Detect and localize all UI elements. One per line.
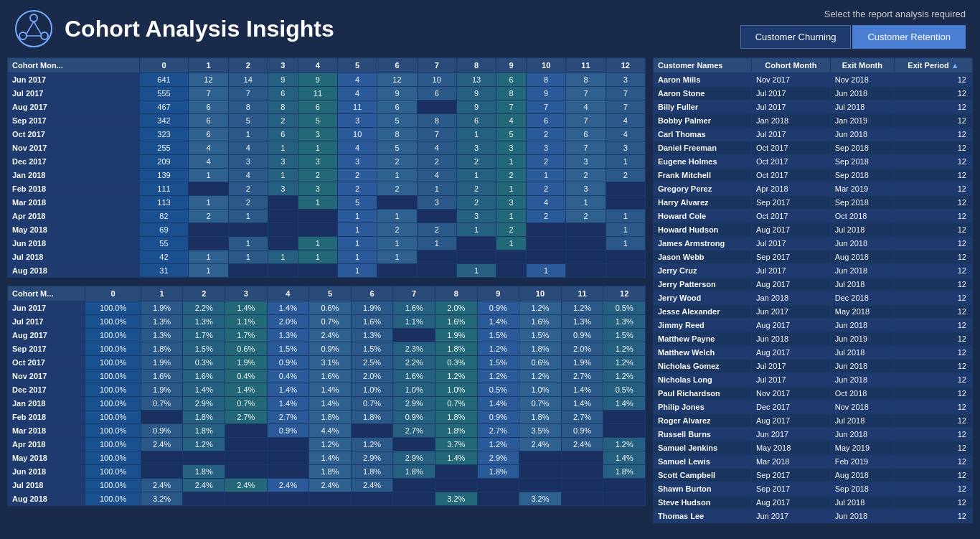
right-panel: Customer NamesCohort MonthExit MonthExit…	[653, 57, 973, 539]
btn-retention[interactable]: Customer Retention	[852, 25, 966, 49]
main-content: Cohort Mon...0123456789101112 Jun 201764…	[0, 57, 980, 539]
table-row: Nicholas GomezJul 2017Jun 201812	[654, 360, 973, 373]
bottom-col-8: 7	[393, 286, 435, 301]
table-row: Nov 2017255441145433373	[8, 141, 646, 155]
table-row: Jerry CruzJul 2017Jun 201812	[654, 264, 973, 278]
right-table: Customer NamesCohort MonthExit MonthExit…	[653, 57, 973, 523]
table-row: Howard HudsonAug 2017Jul 201812	[654, 223, 973, 237]
top-col-0: Cohort Mon...	[8, 58, 140, 73]
top-col-6: 5	[338, 58, 377, 73]
top-col-13: 12	[606, 58, 645, 73]
header-right: Select the report analysis required Cust…	[740, 9, 966, 49]
right-col-3: Exit Period ▲	[895, 58, 973, 73]
top-col-5: 4	[298, 58, 337, 73]
table-row: Daniel FreemanOct 2017Sep 201812	[654, 141, 973, 155]
table-row: Aug 2017100.0%1.3%1.7%1.7%1.3%2.4%1.3%1.…	[8, 329, 646, 342]
bottom-col-3: 2	[183, 286, 225, 301]
btn-churning[interactable]: Customer Churning	[740, 25, 852, 49]
bottom-col-1: 0	[85, 286, 141, 301]
table-row: Jimmy ReedAug 2017Jun 201812	[654, 319, 973, 332]
top-col-10: 9	[496, 58, 527, 73]
table-row: Aug 2018311111	[8, 264, 646, 278]
table-row: May 2018100.0%1.4%2.9%2.9%1.4%2.9%1.4%	[8, 451, 646, 465]
top-col-3: 2	[228, 58, 268, 73]
table-row: Jun 201764112149941210136883	[8, 73, 646, 87]
table-row: Samuel JenkinsMay 2018May 201912	[654, 441, 973, 455]
top-col-4: 3	[268, 58, 298, 73]
top-col-8: 7	[417, 58, 456, 73]
top-col-1: 0	[139, 58, 189, 73]
header-left: Cohort Analysis Insights	[14, 9, 334, 49]
top-col-12: 11	[566, 58, 606, 73]
table-row: Jul 2018100.0%2.4%2.4%2.4%2.4%2.4%2.4%	[8, 479, 646, 492]
table-row: Philip JonesDec 2017Nov 201812	[654, 400, 973, 414]
top-table: Cohort Mon...0123456789101112 Jun 201764…	[7, 57, 646, 278]
right-col-1: Cohort Month	[751, 58, 830, 73]
svg-point-1	[30, 14, 37, 22]
table-row: Jason WebbSep 2017Aug 201812	[654, 250, 973, 264]
table-row: Oct 20173236163108715264	[8, 128, 646, 141]
left-panel: Cohort Mon...0123456789101112 Jun 201764…	[7, 57, 646, 539]
top-table-container[interactable]: Cohort Mon...0123456789101112 Jun 201764…	[7, 57, 646, 280]
top-col-2: 1	[189, 58, 228, 73]
table-row: Roger AlvarezAug 2017Jul 201812	[654, 414, 973, 428]
bottom-col-11: 10	[519, 286, 562, 301]
table-row: Samuel LewisMar 2018Feb 201912	[654, 455, 973, 469]
table-row: Oct 2017100.0%1.9%0.3%1.9%0.9%3.1%2.5%2.…	[8, 356, 646, 370]
table-row: Aaron StoneJul 2017Jun 201812	[654, 87, 973, 100]
svg-point-0	[16, 11, 52, 47]
table-row: Feb 20181112332212123	[8, 182, 646, 196]
table-row: Jul 201842111111	[8, 250, 646, 264]
top-col-11: 10	[527, 58, 566, 73]
table-row: Sep 2017342652535864674	[8, 114, 646, 128]
table-row: Howard ColeOct 2017Oct 201812	[654, 210, 973, 223]
table-row: Nov 2017100.0%1.6%1.6%0.4%0.4%1.6%2.0%1.…	[8, 370, 646, 383]
table-row: Dec 2017209433332221231	[8, 155, 646, 169]
table-row: Aaron MillsNov 2017Nov 201812	[654, 73, 973, 87]
header: Cohort Analysis Insights Select the repo…	[0, 0, 980, 57]
bottom-col-13: 12	[603, 286, 646, 301]
table-row: Feb 2018100.0%1.8%2.7%2.7%1.8%1.8%0.9%1.…	[8, 411, 646, 424]
page-title: Cohort Analysis Insights	[65, 16, 334, 42]
svg-line-4	[27, 22, 34, 34]
table-row: Mar 2018113121532341	[8, 196, 646, 210]
table-row: Aug 2017467688611697747	[8, 100, 646, 114]
table-row: Scott CampbellSep 2017Aug 201812	[654, 469, 973, 482]
bottom-col-6: 5	[309, 286, 352, 301]
table-row: Jun 2017100.0%1.9%2.2%1.4%1.4%0.6%1.9%1.…	[8, 301, 646, 315]
table-row: Shawn BurtonSep 2017Sep 201812	[654, 482, 973, 496]
svg-point-2	[19, 32, 27, 39]
bottom-col-10: 9	[477, 286, 519, 301]
table-row: Jan 2018100.0%0.7%2.9%0.7%1.4%1.4%0.7%2.…	[8, 397, 646, 411]
report-label: Select the report analysis required	[824, 9, 966, 19]
table-row: Jesse AlexanderJun 2017May 201812	[654, 305, 973, 319]
table-row: Mar 2018100.0%0.9%1.8%0.9%4.4%2.7%1.8%2.…	[8, 424, 646, 438]
svg-point-3	[41, 32, 48, 39]
table-row: Billy FullerJul 2017Jul 201812	[654, 100, 973, 114]
table-row: Aug 2018100.0%3.2%3.2%3.2%	[8, 492, 646, 506]
top-col-9: 8	[456, 58, 496, 73]
table-row: Sep 2017100.0%1.8%1.5%0.6%1.5%0.9%1.5%2.…	[8, 342, 646, 356]
bottom-col-7: 6	[351, 286, 393, 301]
table-row: Thomas LeeJun 2017Jun 201812	[654, 510, 973, 523]
bottom-col-4: 3	[225, 286, 268, 301]
table-row: Frank MitchellOct 2017Sep 201812	[654, 169, 973, 182]
bottom-col-2: 1	[141, 286, 183, 301]
table-row: Harry AlvarezSep 2017Sep 201812	[654, 196, 973, 210]
right-col-0: Customer Names	[654, 58, 752, 73]
table-row: Jun 2018551111111	[8, 237, 646, 250]
table-row: Jun 2018100.0%1.8%1.8%1.8%1.8%1.8%1.8%	[8, 465, 646, 479]
bottom-col-12: 11	[561, 286, 603, 301]
table-row: James ArmstrongJul 2017Jun 201812	[654, 237, 973, 250]
table-row: May 201869122121	[8, 223, 646, 237]
table-row: Matthew PayneJun 2018Jun 201912	[654, 332, 973, 346]
table-row: Jerry PattersonAug 2017Jul 201812	[654, 278, 973, 291]
table-row: Matthew WelchAug 2017Jul 201812	[654, 346, 973, 360]
bottom-table-container[interactable]: Cohort M...0123456789101112 Jun 2017100.…	[7, 286, 646, 508]
table-row: Bobby PalmerJan 2018Jan 201912	[654, 114, 973, 128]
table-row: Paul RichardsonNov 2017Oct 201812	[654, 387, 973, 400]
table-row: Jul 20175557761149698977	[8, 87, 646, 100]
table-row: Steve HudsonAug 2017Jul 201812	[654, 496, 973, 510]
right-table-container[interactable]: Customer NamesCohort MonthExit MonthExit…	[653, 57, 973, 531]
table-row: Eugene HolmesOct 2017Sep 201812	[654, 155, 973, 169]
